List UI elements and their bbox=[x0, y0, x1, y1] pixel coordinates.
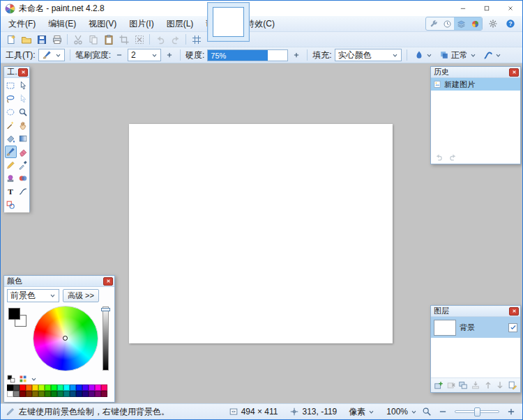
help-button[interactable]: ? bbox=[503, 17, 517, 31]
reset-colors-icon[interactable] bbox=[7, 375, 15, 383]
add-layer-button[interactable] bbox=[433, 379, 445, 391]
palette-swatch[interactable] bbox=[76, 384, 82, 391]
tool-pan[interactable] bbox=[17, 119, 29, 132]
palette-swatch[interactable] bbox=[82, 391, 89, 397]
menu-file[interactable]: 文件(F) bbox=[2, 16, 42, 31]
palette-swatch[interactable] bbox=[95, 384, 101, 391]
canvas[interactable] bbox=[129, 124, 393, 343]
paste-button[interactable] bbox=[101, 33, 116, 47]
open-button[interactable] bbox=[19, 33, 33, 47]
palette-swatch[interactable] bbox=[38, 391, 45, 397]
tool-paint-bucket[interactable] bbox=[5, 132, 17, 145]
panel-colors-button[interactable] bbox=[468, 17, 482, 30]
brush-width-decrease-button[interactable] bbox=[114, 49, 125, 61]
palette-swatch[interactable] bbox=[51, 384, 57, 391]
layer-visibility-checkbox[interactable] bbox=[508, 323, 517, 332]
palette-swatch[interactable] bbox=[89, 391, 95, 397]
zoom-slider[interactable] bbox=[455, 410, 499, 413]
palette-swatch[interactable] bbox=[38, 384, 45, 391]
history-panel-close-button[interactable] bbox=[509, 68, 519, 77]
palette-swatch[interactable] bbox=[82, 384, 89, 391]
menu-view[interactable]: 视图(V) bbox=[82, 16, 123, 31]
zoom-out-button[interactable] bbox=[437, 405, 449, 418]
menu-image[interactable]: 图片(I) bbox=[123, 16, 160, 31]
palette-swatch[interactable] bbox=[26, 384, 32, 391]
palette-swatch[interactable] bbox=[26, 391, 32, 397]
palette-swatch[interactable] bbox=[63, 391, 70, 397]
duplicate-layer-button[interactable] bbox=[457, 379, 469, 391]
palette-swatch[interactable] bbox=[7, 384, 13, 391]
tool-line-curve[interactable] bbox=[17, 185, 29, 198]
menu-edit[interactable]: 编辑(E) bbox=[42, 16, 82, 31]
colors-panel-close-button[interactable] bbox=[103, 277, 113, 286]
value-slider-handle[interactable] bbox=[101, 308, 110, 311]
image-tab-thumbnail[interactable] bbox=[207, 2, 250, 42]
palette-swatch[interactable] bbox=[32, 391, 38, 397]
palette-swatch[interactable] bbox=[20, 384, 26, 391]
palette-swatch[interactable] bbox=[45, 384, 51, 391]
tool-paintbrush[interactable] bbox=[5, 146, 17, 158]
palette-swatch[interactable] bbox=[70, 384, 76, 391]
palette-swatch[interactable] bbox=[20, 391, 26, 397]
chevron-down-icon[interactable] bbox=[31, 376, 37, 382]
smoothing-combo[interactable] bbox=[412, 49, 434, 61]
print-button[interactable] bbox=[50, 33, 64, 47]
tool-gradient[interactable] bbox=[17, 132, 29, 145]
palette-swatch[interactable] bbox=[101, 391, 107, 397]
tool-shapes[interactable] bbox=[5, 199, 17, 211]
palette-swatch[interactable] bbox=[13, 391, 20, 397]
layers-panel-close-button[interactable] bbox=[509, 307, 519, 316]
palette-swatch[interactable] bbox=[45, 391, 51, 397]
tool-recolor[interactable] bbox=[17, 172, 29, 185]
layer-properties-button[interactable] bbox=[506, 379, 518, 391]
tools-panel-close-button[interactable] bbox=[18, 68, 28, 77]
image-list-button[interactable] bbox=[252, 20, 262, 29]
panel-history-button[interactable] bbox=[440, 17, 454, 30]
palette-swatch[interactable] bbox=[32, 384, 38, 391]
tool-zoom[interactable] bbox=[17, 106, 29, 118]
palette-menu-icon[interactable] bbox=[19, 375, 27, 383]
panel-layers-button[interactable] bbox=[454, 17, 468, 30]
current-tool-combo[interactable] bbox=[38, 49, 65, 61]
unit-selector[interactable]: 像素 bbox=[349, 406, 374, 418]
maximize-button[interactable] bbox=[475, 1, 499, 16]
hardness-slider[interactable]: 75% bbox=[207, 49, 288, 61]
blend-mode-combo[interactable]: 正常 bbox=[437, 49, 478, 61]
tool-text[interactable]: T bbox=[5, 185, 17, 198]
pixel-grid-button[interactable] bbox=[189, 33, 204, 47]
settings-button[interactable] bbox=[486, 17, 500, 31]
hardness-increase-button[interactable] bbox=[291, 49, 302, 61]
tool-magic-wand[interactable] bbox=[5, 119, 17, 132]
palette-swatch[interactable] bbox=[57, 384, 63, 391]
layer-row[interactable]: 背景 bbox=[431, 317, 520, 338]
zoom-selector[interactable]: 100% bbox=[386, 407, 417, 417]
palette-swatch[interactable] bbox=[13, 384, 20, 391]
new-image-button[interactable] bbox=[3, 33, 18, 47]
zoom-fit-button[interactable] bbox=[420, 405, 433, 418]
history-item[interactable]: 新建图片 bbox=[431, 78, 520, 91]
antialias-combo[interactable] bbox=[481, 49, 503, 61]
tool-move-selected-pixels[interactable] bbox=[17, 79, 29, 92]
palette-swatch[interactable] bbox=[63, 384, 70, 391]
tool-eraser[interactable] bbox=[17, 146, 29, 158]
zoom-in-button[interactable] bbox=[505, 405, 517, 418]
brush-width-combo[interactable]: 2 bbox=[128, 49, 161, 61]
palette-swatch[interactable] bbox=[101, 384, 107, 391]
palette-swatch[interactable] bbox=[76, 391, 82, 397]
minimize-button[interactable] bbox=[451, 1, 475, 16]
tool-move-selection[interactable] bbox=[17, 93, 29, 105]
advanced-colors-button[interactable]: 高级 >> bbox=[63, 289, 99, 302]
palette-swatch[interactable] bbox=[95, 391, 101, 397]
save-button[interactable] bbox=[34, 33, 49, 47]
palette-swatch[interactable] bbox=[7, 391, 13, 397]
palette-swatch[interactable] bbox=[57, 391, 63, 397]
tool-lasso-select[interactable] bbox=[5, 93, 17, 105]
zoom-slider-thumb[interactable] bbox=[474, 407, 480, 417]
tool-clone-stamp[interactable] bbox=[5, 172, 17, 185]
close-button[interactable] bbox=[499, 1, 522, 16]
tool-color-picker[interactable] bbox=[17, 159, 29, 171]
palette-swatch[interactable] bbox=[89, 384, 95, 391]
color-target-combo[interactable]: 前景色 bbox=[7, 289, 59, 302]
brush-width-increase-button[interactable] bbox=[164, 49, 175, 61]
foreground-color-swatch[interactable] bbox=[8, 308, 20, 320]
